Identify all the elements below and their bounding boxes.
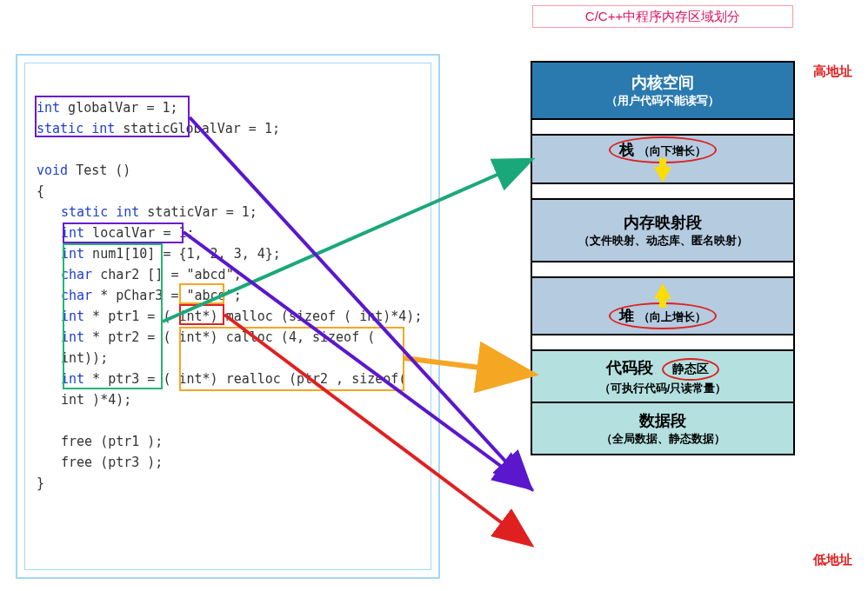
mem-name: 堆: [619, 308, 634, 324]
static-badge-oval: 静态区: [662, 358, 719, 381]
highlight-locals-box: [63, 243, 163, 389]
highlight-heap-box: [179, 327, 404, 391]
diagram-title: C/C++中程序内存区域划分: [532, 5, 793, 28]
mem-region-data: 数据段 （全局数据、静态数据）: [532, 403, 793, 454]
keyword: static int: [61, 204, 139, 220]
high-address-label: 高地址: [813, 63, 852, 80]
mem-gap: [532, 120, 793, 136]
mem-sub: （用户代码不能读写）: [606, 93, 719, 109]
highlight-strlit2-box: [179, 304, 224, 325]
mem-sub: （全局数据、静态数据）: [601, 431, 725, 447]
mem-gap: [532, 262, 793, 278]
mem-name: 栈: [619, 142, 634, 158]
mem-note: （向上增长）: [638, 310, 706, 323]
mem-region-stack: 栈 （向下增长）: [532, 136, 793, 184]
keyword: void: [37, 163, 68, 178]
arrow-down-icon: [654, 167, 671, 183]
mem-region-kernel: 内核空间 （用户代码不能读写）: [532, 63, 793, 120]
mem-name: 数据段: [639, 410, 686, 431]
mem-name: 内存映射段: [624, 212, 702, 233]
mem-region-code: 代码段 静态区 （可执行代码/只读常量）: [532, 351, 793, 403]
mem-sub: （可执行代码/只读常量）: [599, 381, 727, 396]
highlight-staticvar-box: [63, 222, 184, 243]
mem-note: （向下增长）: [638, 144, 706, 157]
mem-name: 内核空间: [631, 72, 694, 93]
mem-sub: （文件映射、动态库、匿名映射）: [578, 233, 748, 249]
code-text: free (ptr3 );: [61, 452, 428, 473]
mem-region-heap: 堆 （向上增长）: [532, 278, 793, 335]
code-text: Test (): [68, 163, 130, 178]
low-address-label: 低地址: [813, 552, 852, 568]
arrow-up-icon: [654, 283, 671, 299]
mem-gap: [532, 335, 793, 351]
highlight-strlit1-box: [179, 283, 224, 304]
code-text: {: [37, 181, 428, 202]
code-text: free (ptr1 );: [61, 431, 428, 452]
code-text: }: [37, 473, 428, 494]
code-text: staticVar = 1;: [139, 204, 257, 220]
mem-gap: [532, 184, 793, 200]
highlight-globals-box: [35, 96, 190, 137]
mem-name: 代码段: [606, 359, 653, 376]
memory-layout-diagram: 内核空间 （用户代码不能读写） 栈 （向下增长） 内存映射段 （文件映射、动态库…: [531, 61, 795, 455]
mem-region-mmap: 内存映射段 （文件映射、动态库、匿名映射）: [532, 200, 793, 262]
